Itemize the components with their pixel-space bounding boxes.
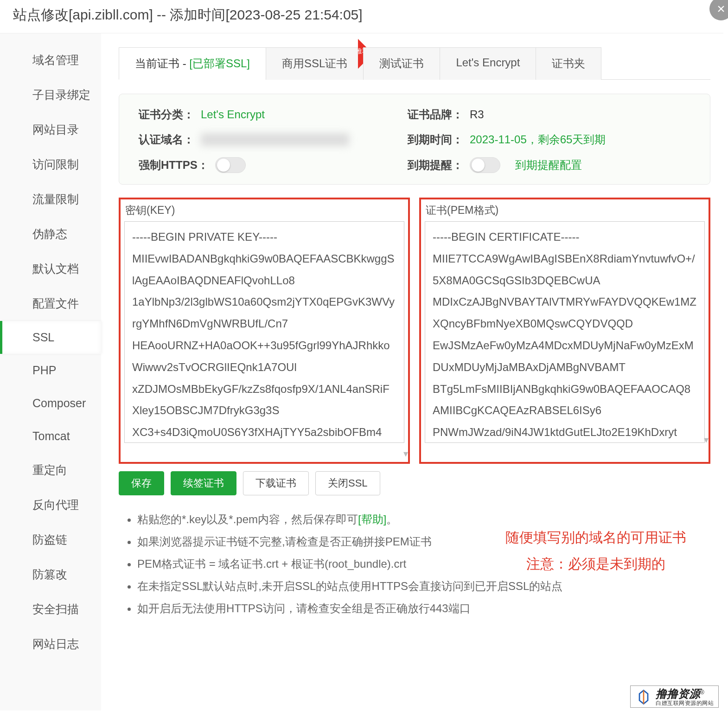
- tip-text: 粘贴您的*.key以及*.pem内容，然后保存即可: [137, 513, 358, 525]
- sidebar-item-redirect[interactable]: 重定向: [0, 453, 101, 487]
- force-https-label: 强制HTTPS：: [139, 158, 209, 173]
- key-textarea[interactable]: [124, 221, 404, 443]
- watermark: 撸撸资源® 白嫖互联网资源的网站: [630, 685, 719, 708]
- key-title: 密钥(KEY): [125, 203, 404, 218]
- pem-box: 证书(PEM格式) ▾: [419, 198, 710, 464]
- sidebar-item-tomcat[interactable]: Tomcat: [0, 420, 101, 453]
- sidebar-item-webdir[interactable]: 网站目录: [0, 112, 101, 147]
- watermark-logo-icon: [635, 689, 652, 705]
- download-cert-button[interactable]: 下载证书: [243, 471, 309, 495]
- tab-cert-folder[interactable]: 证书夹: [536, 47, 601, 80]
- cert-expire-value: 2023-11-05，剩余65天到期: [470, 132, 606, 147]
- sidebar-item-subdir[interactable]: 子目录绑定: [0, 77, 101, 112]
- cert-brand-value: R3: [470, 108, 484, 121]
- sidebar-item-traffic[interactable]: 流量限制: [0, 182, 101, 217]
- sidebar-item-proxy[interactable]: 反向代理: [0, 487, 101, 522]
- tab-letsencrypt[interactable]: Let's Encrypt: [440, 47, 536, 80]
- cert-expire-label: 到期时间：: [408, 132, 463, 147]
- sidebar-item-scan[interactable]: 安全扫描: [0, 592, 101, 627]
- close-ssl-button[interactable]: 关闭SSL: [315, 471, 380, 495]
- cert-type-value: Let's Encrypt: [201, 108, 265, 121]
- chevron-down-icon: ▾: [403, 448, 408, 459]
- cert-brand-label: 证书品牌：: [408, 107, 463, 122]
- sidebar-item-ssl[interactable]: SSL: [0, 321, 101, 354]
- key-box: 密钥(KEY) ▾: [119, 198, 410, 464]
- save-button[interactable]: 保存: [119, 471, 164, 495]
- sidebar-item-php[interactable]: PHP: [0, 354, 101, 387]
- main-content: 当前证书 - [已部署SSL] 商用SSL证书 推荐 测试证书 Let's En…: [101, 33, 723, 711]
- tab-label: 当前证书 -: [135, 57, 189, 70]
- cert-type-label: 证书分类：: [139, 107, 194, 122]
- sidebar-item-config[interactable]: 配置文件: [0, 286, 101, 321]
- help-link[interactable]: [帮助]: [358, 513, 386, 525]
- sidebar-item-composer[interactable]: Composer: [0, 387, 101, 420]
- sidebar: 域名管理 子目录绑定 网站目录 访问限制 流量限制 伪静态 默认文档 配置文件 …: [0, 33, 101, 711]
- modal-title: 站点修改[api.zibll.com] -- 添加时间[2023-08-25 2…: [0, 0, 723, 33]
- sidebar-item-rewrite[interactable]: 伪静态: [0, 217, 101, 251]
- tip-item: 如开启后无法使用HTTPS访问，请检查安全组是否正确放行443端口: [137, 597, 710, 620]
- tip-text: 。: [386, 513, 397, 525]
- pem-textarea[interactable]: [425, 221, 705, 443]
- tip-item: 在未指定SSL默认站点时,未开启SSL的站点使用HTTPS会直接访问到已开启SS…: [137, 575, 710, 597]
- annotation-note: 随便填写别的域名的可用证书 注意：必须是未到期的: [505, 524, 686, 577]
- sidebar-item-domain[interactable]: 域名管理: [0, 43, 101, 77]
- pem-title: 证书(PEM格式): [426, 203, 705, 218]
- tab-label: 商用SSL证书: [282, 57, 347, 70]
- sidebar-item-access[interactable]: 访问限制: [0, 147, 101, 182]
- tab-commercial-ssl[interactable]: 商用SSL证书 推荐: [266, 47, 364, 80]
- cert-domain-label: 认证域名：: [139, 132, 194, 147]
- cert-info-card: 证书分类： Let's Encrypt 证书品牌： R3 认证域名： 到期时间：…: [119, 94, 710, 185]
- tab-test-cert[interactable]: 测试证书: [363, 47, 440, 80]
- watermark-sub: 白嫖互联网资源的网站: [656, 700, 714, 706]
- expire-remind-toggle[interactable]: [470, 157, 500, 173]
- force-https-toggle[interactable]: [215, 157, 246, 173]
- watermark-main: 撸撸资源®: [656, 688, 714, 700]
- sidebar-item-hotlink[interactable]: 防盗链: [0, 522, 101, 557]
- expire-remind-label: 到期提醒：: [408, 158, 463, 173]
- tabs: 当前证书 - [已部署SSL] 商用SSL证书 推荐 测试证书 Let's En…: [119, 47, 710, 80]
- ssl-deployed-badge: [已部署SSL]: [189, 57, 250, 70]
- annotation-line: 注意：必须是未到期的: [505, 551, 686, 577]
- sidebar-item-tamper[interactable]: 防篡改: [0, 557, 101, 592]
- expire-remind-config-link[interactable]: 到期提醒配置: [515, 158, 582, 173]
- tab-current-cert[interactable]: 当前证书 - [已部署SSL]: [119, 47, 266, 80]
- chevron-down-icon: ▾: [704, 434, 709, 445]
- sidebar-item-log[interactable]: 网站日志: [0, 627, 101, 661]
- renew-button[interactable]: 续签证书: [171, 471, 236, 495]
- button-row: 保存 续签证书 下载证书 关闭SSL: [119, 471, 710, 495]
- cert-domain-value-blurred: [201, 133, 349, 146]
- sidebar-item-defaultdoc[interactable]: 默认文档: [0, 251, 101, 286]
- annotation-line: 随便填写别的域名的可用证书: [505, 524, 686, 551]
